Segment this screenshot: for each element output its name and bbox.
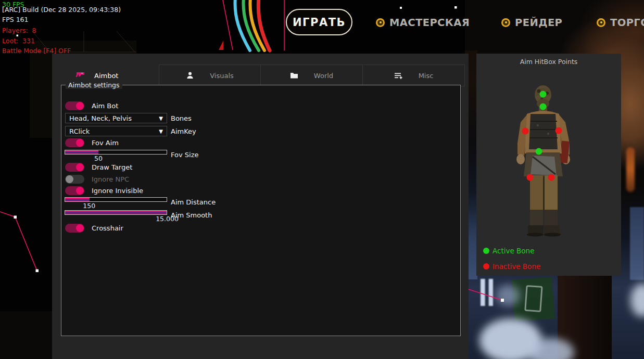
play-button[interactable]: ИГРАТЬ bbox=[286, 9, 352, 35]
tab-misc[interactable]: Misc bbox=[362, 65, 465, 86]
slider-fill bbox=[65, 198, 90, 201]
players-count: Players: 8 bbox=[2, 27, 36, 34]
fov-aim-toggle[interactable] bbox=[65, 138, 84, 147]
inactive-bone-label: Inactive Bone bbox=[493, 262, 540, 271]
legend-active: Active Bone bbox=[483, 247, 534, 255]
crosshair-toggle[interactable] bbox=[65, 224, 84, 233]
build-info: [ARC] Build (Dec 28 2025, 09:43:38) bbox=[2, 6, 121, 14]
window-panes bbox=[630, 207, 644, 280]
draw-target-row: Draw Target bbox=[65, 162, 132, 172]
aim-smooth-label: Aim Smooth bbox=[171, 211, 212, 219]
inactive-bone-dot bbox=[483, 263, 489, 270]
person-icon bbox=[186, 71, 194, 80]
coin-icon bbox=[597, 18, 605, 27]
aim-distance-value: 150 bbox=[83, 202, 95, 210]
tab-world[interactable]: World bbox=[260, 65, 363, 86]
nav-item-trade[interactable]: ТОРГО bbox=[597, 15, 644, 30]
battle-mode-status: Battle Mode [F4] OFF bbox=[2, 47, 71, 55]
rainbow-streak bbox=[235, 0, 270, 50]
slider-fill bbox=[65, 211, 167, 214]
tab-label: Misc bbox=[419, 72, 434, 80]
ignore-invisible-label: Ignore Invisible bbox=[92, 187, 143, 195]
toggle-knob bbox=[76, 139, 84, 147]
chevron-down-icon: ▼ bbox=[159, 116, 163, 121]
aim-distance-slider[interactable]: 150 bbox=[65, 197, 167, 210]
aim-smooth-slider[interactable]: 15.000 bbox=[65, 210, 167, 223]
loot-count: Loot: 331 bbox=[2, 37, 35, 45]
slider-track[interactable] bbox=[65, 210, 167, 215]
hitbox-point-neck bbox=[540, 104, 547, 110]
toggle-knob bbox=[76, 102, 84, 110]
nav-item-label: МАСТЕРСКАЯ bbox=[389, 17, 470, 29]
folder-icon bbox=[290, 72, 298, 79]
ignore-npc-label: Ignore NPC bbox=[92, 175, 129, 183]
ignore-npc-toggle[interactable] bbox=[65, 175, 84, 184]
cheat-menu-panel: Aimbot Visuals World Misc Aimbot setting… bbox=[52, 54, 469, 359]
fps-label: FPS 161 bbox=[2, 16, 29, 23]
ignore-invisible-toggle[interactable] bbox=[65, 186, 84, 195]
light-blob bbox=[496, 285, 520, 306]
background-floor bbox=[0, 311, 52, 359]
aimbot-settings-group: Aimbot settings Aim Bot Head, Neck, Pelv… bbox=[61, 85, 461, 336]
aim-bot-label: Aim Bot bbox=[92, 102, 118, 110]
game-screen: 30 FPS [ARC] Build (Dec 28 2025, 09:43:3… bbox=[0, 0, 644, 359]
light-blob bbox=[630, 284, 644, 317]
toggle-knob bbox=[76, 187, 84, 195]
tab-label: World bbox=[314, 72, 333, 80]
aimkey-label: AimKey bbox=[171, 127, 196, 135]
fov-size-label: Fov Size bbox=[171, 151, 198, 159]
active-bone-dot bbox=[483, 248, 489, 254]
slider-track[interactable] bbox=[65, 150, 167, 155]
crosshair-label: Crosshair bbox=[92, 224, 123, 232]
debug-hud: 30 FPS [ARC] Build (Dec 28 2025, 09:43:3… bbox=[2, 0, 10, 62]
hitbox-point-head bbox=[540, 91, 547, 98]
window-bars bbox=[481, 279, 495, 306]
pistol-icon bbox=[76, 71, 85, 80]
fov-size-value: 50 bbox=[94, 155, 103, 162]
active-bone-label: Active Bone bbox=[493, 247, 534, 255]
aimkey-dropdown-value: RClick bbox=[69, 127, 90, 135]
aimkey-dropdown[interactable]: RClick ▼ bbox=[65, 126, 167, 136]
slider-track[interactable] bbox=[65, 197, 167, 202]
coin-icon bbox=[501, 18, 510, 27]
fov-size-slider[interactable]: 50 bbox=[65, 150, 167, 162]
fov-aim-label: Fov Aim bbox=[92, 139, 119, 147]
hitbox-panel: Aim HitBox Points bbox=[476, 54, 621, 276]
draw-target-label: Draw Target bbox=[92, 163, 132, 171]
player-model bbox=[476, 54, 621, 276]
hitbox-point-pelvis bbox=[536, 148, 542, 155]
ignore-invisible-row: Ignore Invisible bbox=[65, 186, 143, 195]
bones-dropdown[interactable]: Head, Neck, Pelvis ▼ bbox=[65, 113, 167, 123]
draw-target-toggle[interactable] bbox=[65, 163, 84, 172]
bones-dropdown-value: Head, Neck, Pelvis bbox=[69, 114, 132, 122]
play-button-label: ИГРАТЬ bbox=[293, 16, 346, 29]
nav-item-workshop[interactable]: МАСТЕРСКАЯ bbox=[376, 15, 470, 30]
crosshair-row: Crosshair bbox=[65, 223, 123, 233]
nav-item-label: РЕЙДЕР bbox=[515, 17, 562, 29]
hitbox-point-right-knee bbox=[548, 174, 555, 181]
hitbox-point-right-elbow bbox=[555, 127, 562, 134]
coin-icon bbox=[376, 18, 385, 27]
aim-bot-row: Aim Bot bbox=[65, 101, 118, 110]
aim-distance-label: Aim Distance bbox=[171, 198, 216, 206]
playlist-add-icon bbox=[394, 72, 403, 80]
slider-fill bbox=[65, 150, 98, 154]
bones-label: Bones bbox=[171, 114, 192, 122]
ignore-npc-row: Ignore NPC bbox=[65, 174, 129, 184]
nav-item-raider[interactable]: РЕЙДЕР bbox=[501, 15, 562, 30]
toggle-knob bbox=[76, 224, 84, 232]
toggle-knob bbox=[66, 175, 73, 183]
fov-aim-row: Fov Aim bbox=[65, 138, 119, 147]
toggle-knob bbox=[76, 163, 84, 171]
tab-visuals[interactable]: Visuals bbox=[159, 65, 261, 86]
legend-inactive: Inactive Bone bbox=[483, 262, 540, 271]
aim-bot-toggle[interactable] bbox=[65, 101, 84, 110]
hitbox-point-left-knee bbox=[527, 174, 534, 181]
hitbox-point-left-elbow bbox=[522, 128, 529, 135]
tab-label: Visuals bbox=[210, 72, 234, 80]
tab-label: Aimbot bbox=[94, 72, 118, 80]
orange-light-streak bbox=[626, 147, 635, 192]
group-title: Aimbot settings bbox=[66, 81, 122, 89]
nav-item-label: ТОРГО bbox=[610, 17, 644, 29]
chevron-down-icon: ▼ bbox=[159, 129, 163, 134]
